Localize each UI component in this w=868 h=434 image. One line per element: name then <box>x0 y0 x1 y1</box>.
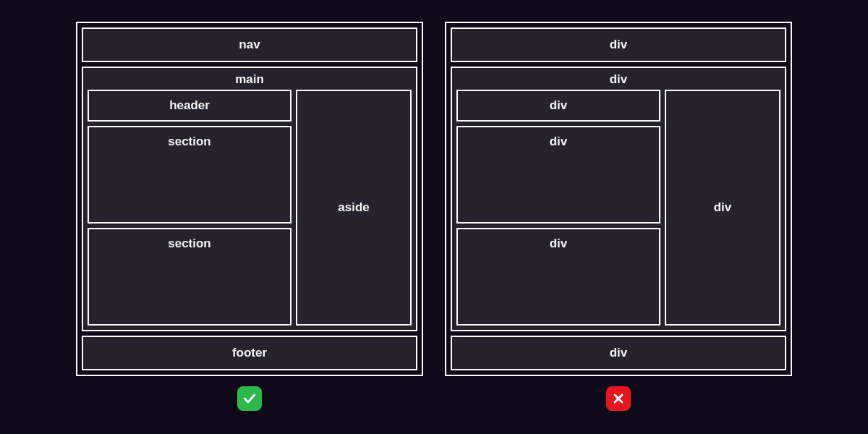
section-1-label: section <box>168 135 211 149</box>
div-section-2-label: div <box>550 237 568 251</box>
div-main-label: div <box>452 68 785 90</box>
section-box-2: section <box>88 228 292 326</box>
nav-box: nav <box>82 27 417 62</box>
semantic-example: nav main header section section aside <box>76 22 423 411</box>
aside-label: aside <box>338 200 369 215</box>
nonsemantic-example: div div div div div div <box>445 22 792 411</box>
main-label: main <box>83 68 416 90</box>
div-main-inner: div div div div <box>452 90 785 330</box>
div-header-label: div <box>550 98 568 113</box>
main-box: main header section section aside <box>82 67 417 331</box>
div-nav-box: div <box>451 27 786 62</box>
footer-box: footer <box>82 336 417 370</box>
section-2-label: section <box>168 237 211 251</box>
div-footer-box: div <box>451 336 786 370</box>
semantic-layout-panel: nav main header section section aside <box>76 22 423 376</box>
checkmark-icon <box>237 386 262 411</box>
div-nav-label: div <box>610 38 628 52</box>
cross-icon <box>606 386 631 411</box>
div-aside-label: div <box>714 200 732 215</box>
main-left-column: header section section <box>88 90 292 326</box>
div-section-1-label: div <box>550 135 568 149</box>
nav-label: nav <box>239 38 260 52</box>
nonsemantic-layout-panel: div div div div div div <box>445 22 792 376</box>
div-main-box: div div div div div <box>451 67 786 331</box>
div-header-box: div <box>456 90 660 122</box>
div-section-box-2: div <box>456 228 660 326</box>
div-aside-box: div <box>665 90 780 326</box>
div-main-left-column: div div div <box>456 90 660 326</box>
div-footer-label: div <box>610 346 628 360</box>
aside-box: aside <box>296 90 412 326</box>
header-box: header <box>88 90 292 122</box>
footer-label: footer <box>232 346 267 360</box>
header-label: header <box>169 98 210 113</box>
div-section-box-1: div <box>456 126 660 224</box>
section-box-1: section <box>88 126 292 224</box>
main-inner: header section section aside <box>83 90 416 330</box>
